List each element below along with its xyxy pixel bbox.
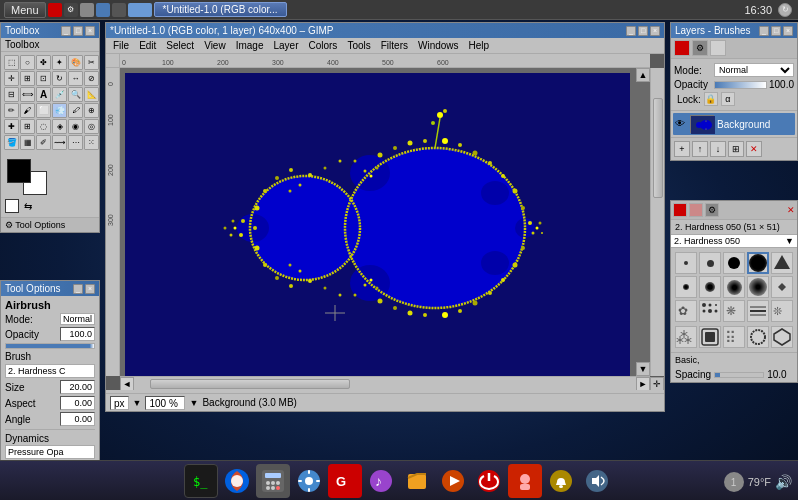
brush-11[interactable]: ✿ <box>675 300 697 322</box>
unit-selector[interactable]: px <box>110 396 129 410</box>
aspect-input[interactable] <box>60 396 95 410</box>
taskbar-icon-5[interactable] <box>112 3 126 17</box>
size-input[interactable] <box>60 380 95 394</box>
scroll-horizontal[interactable]: ◄ ► ✛ <box>120 376 650 390</box>
menu-file[interactable]: File <box>108 39 134 52</box>
tool-clone[interactable]: ⊕ <box>84 103 99 118</box>
menu-colors[interactable]: Colors <box>303 39 342 52</box>
tool-align[interactable]: ⊞ <box>20 71 35 86</box>
taskbar-icon-6[interactable] <box>128 3 152 17</box>
brushes-icon1[interactable] <box>673 203 687 217</box>
canvas-viewport[interactable]: ▲ ▼ <box>120 68 650 376</box>
scroll-v-thumb[interactable] <box>653 98 663 198</box>
unit-dropdown-icon[interactable]: ▼ <box>133 398 142 408</box>
brush-19[interactable] <box>747 326 769 348</box>
tool-extra[interactable]: ⁙ <box>84 135 99 150</box>
toolbox-close[interactable]: × <box>85 26 95 36</box>
scroll-h-thumb[interactable] <box>150 379 350 389</box>
color-tab-gray[interactable]: ⚙ <box>692 40 708 56</box>
tool-bucket-fill[interactable]: 🪣 <box>4 135 19 150</box>
brushes-icon3[interactable]: ⚙ <box>705 203 719 217</box>
menu-edit[interactable]: Edit <box>134 39 161 52</box>
taskbar-icon-3[interactable] <box>80 3 94 17</box>
tool-move[interactable]: ✛ <box>4 71 19 86</box>
brush-20[interactable] <box>771 326 793 348</box>
gimp-maximize[interactable]: □ <box>638 26 648 36</box>
tool-eraser[interactable]: ⬜ <box>36 103 51 118</box>
tool-dodge[interactable]: ◎ <box>84 119 99 134</box>
tool-heal[interactable]: ✚ <box>4 119 19 134</box>
dock-files[interactable] <box>400 464 434 498</box>
brush-preset-dropdown[interactable]: ▼ <box>785 236 794 246</box>
taskbar-icon-2[interactable]: ⚙ <box>64 3 78 17</box>
tool-ellipse-select[interactable]: ○ <box>20 55 35 70</box>
swap-colors-icon[interactable]: ⇆ <box>21 199 35 213</box>
tool-text[interactable]: A <box>36 87 51 102</box>
tool-paintbrush[interactable]: 🖌 <box>20 103 35 118</box>
menu-select[interactable]: Select <box>161 39 199 52</box>
tool-shear[interactable]: ⊘ <box>84 71 99 86</box>
new-layer-btn[interactable]: + <box>674 141 690 157</box>
layer-row-background[interactable]: 👁 Background <box>673 113 795 135</box>
menu-tools[interactable]: Tools <box>342 39 375 52</box>
lower-layer-btn[interactable]: ↓ <box>710 141 726 157</box>
layers-maximize[interactable]: □ <box>771 26 781 36</box>
notification-badge[interactable]: 1 <box>724 472 744 492</box>
toolbox-maximize[interactable]: □ <box>73 26 83 36</box>
tool-crop[interactable]: ⊡ <box>36 71 51 86</box>
taskbar-window-task[interactable]: *Untitled-1.0 (RGB color... <box>154 2 287 17</box>
tool-blur[interactable]: ◌ <box>36 119 51 134</box>
default-colors-icon[interactable] <box>5 199 19 213</box>
gimp-close[interactable]: × <box>650 26 660 36</box>
brush-5[interactable] <box>771 252 793 274</box>
opacity-slider-layers[interactable] <box>714 81 767 89</box>
gimp-minimize[interactable]: _ <box>626 26 636 36</box>
tool-flip[interactable]: ⟺ <box>20 87 35 102</box>
brush-13[interactable]: ❋ <box>723 300 745 322</box>
brushes-icon2[interactable] <box>689 203 703 217</box>
brush-4-selected[interactable] <box>747 252 769 274</box>
tool-magnify[interactable]: 🔍 <box>68 87 83 102</box>
duplicate-layer-btn[interactable]: ⊞ <box>728 141 744 157</box>
navigate-corner[interactable]: ✛ <box>650 377 664 390</box>
dock-volume[interactable] <box>580 464 614 498</box>
menu-view[interactable]: View <box>199 39 231 52</box>
color-tab-light[interactable] <box>710 40 726 56</box>
opacity-input[interactable] <box>60 327 95 341</box>
dock-firefox[interactable] <box>220 464 254 498</box>
brush-9[interactable] <box>747 276 769 298</box>
lock-alpha-btn[interactable]: α <box>721 92 735 106</box>
dock-settings[interactable] <box>292 464 326 498</box>
color-squares[interactable] <box>7 159 47 195</box>
layers-minimize[interactable]: _ <box>759 26 769 36</box>
refresh-icon[interactable]: ↻ <box>778 3 792 17</box>
dock-power[interactable] <box>472 464 506 498</box>
dock-gimp[interactable]: G <box>328 464 362 498</box>
dynamics-value[interactable]: Pressure Opa <box>5 445 95 459</box>
tool-perspective-clone[interactable]: ⊞ <box>20 119 35 134</box>
mode-value[interactable]: Normal <box>60 313 95 325</box>
menu-help[interactable]: Help <box>464 39 495 52</box>
menu-button[interactable]: Menu <box>4 2 46 18</box>
scroll-h-left-btn[interactable]: ◄ <box>120 377 134 390</box>
zoom-dropdown-icon[interactable]: ▼ <box>189 398 198 408</box>
volume-icon[interactable]: 🔊 <box>775 474 792 490</box>
brush-3[interactable] <box>723 252 745 274</box>
zoom-level[interactable]: 100 % <box>145 396 185 410</box>
mode-select[interactable]: Normal Multiply Screen <box>714 63 794 77</box>
spacing-slider[interactable] <box>714 372 764 378</box>
brush-8[interactable] <box>723 276 745 298</box>
dock-notifications[interactable] <box>544 464 578 498</box>
toolbox-menu[interactable]: Toolbox <box>1 38 99 52</box>
tool-ink[interactable]: 🖊 <box>68 103 83 118</box>
menu-filters[interactable]: Filters <box>376 39 413 52</box>
tool-scale[interactable]: ↔ <box>68 71 83 86</box>
brush-2[interactable] <box>699 252 721 274</box>
brush-16[interactable]: ⁂ <box>675 326 697 348</box>
raise-layer-btn[interactable]: ↑ <box>692 141 708 157</box>
dock-music[interactable]: ♪ <box>364 464 398 498</box>
brush-15[interactable]: ❊ <box>771 300 793 322</box>
tool-sharpen[interactable]: ◈ <box>52 119 67 134</box>
menu-windows[interactable]: Windows <box>413 39 464 52</box>
brush-preset-row[interactable]: 2. Hardness 050 ▼ <box>671 235 797 248</box>
